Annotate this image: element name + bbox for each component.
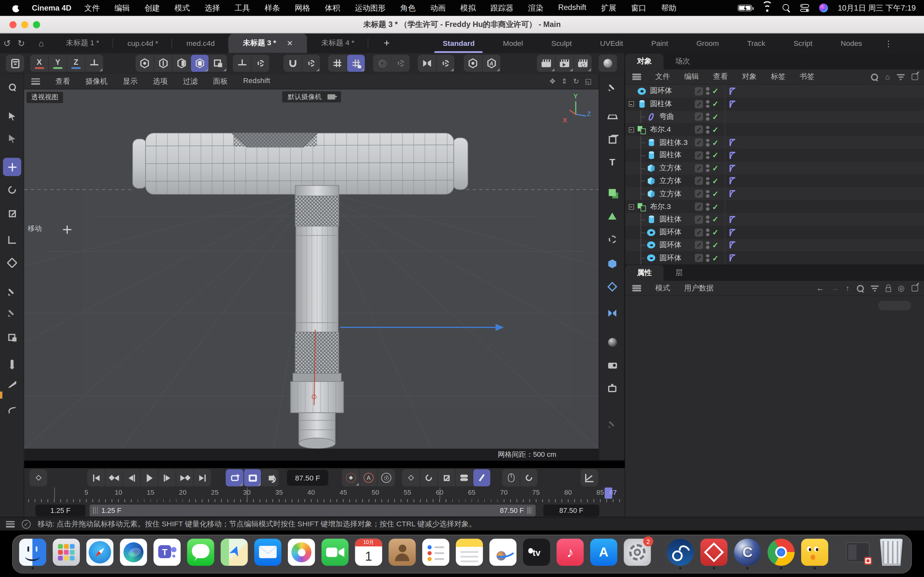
axis-gizmo-button[interactable]: [85, 55, 103, 72]
object-row[interactable]: 圆环体 ✓: [625, 251, 924, 264]
goto-end-button[interactable]: [193, 469, 211, 486]
menu-item[interactable]: 跟踪器: [491, 3, 514, 13]
edit-toggle-icon[interactable]: [695, 87, 703, 95]
enabled-check-icon[interactable]: ✓: [712, 253, 719, 263]
symmetry-object-icon[interactable]: [603, 304, 622, 323]
dock-item[interactable]: [186, 536, 216, 572]
attr-hamburger-icon[interactable]: [632, 285, 641, 292]
object-row[interactable]: 立方体 ✓: [625, 162, 924, 175]
object-name[interactable]: 圆柱体: [650, 99, 672, 109]
menu-item[interactable]: 帮助: [661, 3, 677, 13]
undo-button[interactable]: ↺: [0, 38, 14, 48]
viewport-menu-item[interactable]: 查看: [55, 76, 70, 86]
phong-tag-icon[interactable]: [728, 87, 737, 95]
modeling-objects-button[interactable]: [3, 329, 21, 347]
menu-item[interactable]: 运动图形: [355, 3, 386, 13]
dock-item[interactable]: [800, 536, 830, 572]
om-menu-item[interactable]: 标签: [771, 72, 785, 82]
object-row[interactable]: 圆环体 ✓: [625, 226, 924, 239]
lock-z-axis-button[interactable]: Z: [67, 55, 85, 72]
object-row[interactable]: 圆柱体 ✓: [625, 98, 924, 111]
object-name[interactable]: 圆环体: [659, 227, 682, 237]
render-picture-viewer-button[interactable]: [555, 55, 573, 72]
om-menu-item[interactable]: 查看: [713, 72, 728, 82]
dock-item[interactable]: [665, 536, 696, 572]
enabled-check-icon[interactable]: ✓: [712, 241, 719, 250]
layout-tab[interactable]: Nodes: [827, 34, 876, 53]
range-start-field[interactable]: 1.25 F: [35, 504, 86, 516]
edit-toggle-icon[interactable]: [695, 190, 703, 198]
object-row[interactable]: 圆柱体.3 ✓: [625, 136, 924, 149]
phong-tag-icon[interactable]: [728, 139, 737, 147]
live-selection-tool-button[interactable]: [3, 107, 21, 125]
home-button[interactable]: ⌂: [34, 38, 48, 48]
object-name[interactable]: 立方体: [659, 163, 682, 173]
menu-item[interactable]: 角色: [401, 3, 416, 13]
enabled-check-icon[interactable]: ✓: [712, 138, 719, 147]
stage-object-icon[interactable]: [603, 379, 622, 398]
expander-icon[interactable]: [628, 204, 634, 210]
edit-toggle-icon[interactable]: [695, 164, 703, 172]
layout-tab[interactable]: Script: [779, 34, 827, 53]
enable-axis-button[interactable]: [233, 55, 251, 72]
om-filter-icon[interactable]: [897, 74, 905, 80]
visibility-dots-icon[interactable]: [706, 126, 709, 134]
object-row[interactable]: 立方体 ✓: [625, 175, 924, 187]
layout-tab[interactable]: Track: [733, 34, 780, 53]
viewport-hamburger-icon[interactable]: [31, 78, 40, 84]
phong-tag-icon[interactable]: [728, 215, 737, 224]
grid-button[interactable]: [328, 55, 347, 72]
spline-smooth-tool-button[interactable]: [3, 401, 21, 419]
om-hamburger-icon[interactable]: [632, 74, 641, 80]
dock-item[interactable]: [766, 536, 796, 572]
camera-object-icon[interactable]: [603, 356, 622, 375]
object-name[interactable]: 立方体: [659, 176, 682, 186]
layout-tab[interactable]: Paint: [637, 34, 682, 53]
manager-tab[interactable]: 对象: [625, 53, 664, 69]
dock-item[interactable]: [152, 536, 183, 572]
attr-target-icon[interactable]: ◎: [898, 284, 905, 293]
edit-toggle-icon[interactable]: [695, 151, 703, 160]
workplane-mode-button[interactable]: [464, 55, 482, 72]
object-row[interactable]: 立方体 ✓: [625, 187, 924, 200]
material-ball-icon[interactable]: [603, 333, 622, 351]
mouse-record-button[interactable]: [502, 469, 520, 486]
timeline-ruler[interactable]: 510152025303540455055606570758085 87: [24, 488, 625, 500]
phong-tag-icon[interactable]: [728, 190, 737, 198]
object-row[interactable]: 圆柱体 ✓: [625, 213, 924, 226]
mograph-object-icon[interactable]: [603, 229, 622, 248]
layout-tab[interactable]: Standard: [429, 34, 489, 53]
object-name[interactable]: 圆柱体: [659, 150, 682, 160]
viewport-menu-item[interactable]: 摄像机: [86, 76, 107, 86]
layout-overflow-menu-icon[interactable]: ⋮: [885, 39, 893, 48]
enabled-check-icon[interactable]: ✓: [712, 151, 719, 160]
dock-item[interactable]: [85, 536, 115, 572]
expander-icon[interactable]: [628, 127, 634, 132]
menu-item[interactable]: 扩展: [601, 3, 616, 13]
camera-selector[interactable]: 默认摄像机: [282, 91, 341, 103]
attr-lock-icon[interactable]: [885, 287, 891, 292]
next-frame-button[interactable]: [158, 469, 176, 486]
visibility-dots-icon[interactable]: [706, 229, 709, 236]
menu-item[interactable]: 网格: [295, 3, 310, 13]
viewport-menu-item[interactable]: 选项: [153, 76, 168, 86]
visibility-dots-icon[interactable]: [706, 216, 709, 223]
visibility-dots-icon[interactable]: [706, 242, 709, 249]
expander-icon[interactable]: [628, 101, 634, 107]
dock-item[interactable]: [387, 536, 418, 572]
auto-mode-button[interactable]: A: [482, 55, 500, 72]
object-name[interactable]: 圆环体: [650, 86, 672, 96]
brush-tool-button[interactable]: [3, 355, 21, 373]
dock-item[interactable]: [698, 536, 729, 572]
enabled-check-icon[interactable]: ✓: [712, 100, 719, 109]
visibility-dots-icon[interactable]: [706, 164, 709, 172]
visibility-dots-icon[interactable]: [706, 177, 709, 185]
edit-toggle-icon[interactable]: [695, 215, 703, 224]
object-name[interactable]: 布尔.3: [650, 201, 671, 211]
phong-tag-icon[interactable]: [728, 228, 737, 237]
viewport-canvas[interactable]: 透视视图 默认摄像机 Y Z X 移动 网格间距：500 cm: [24, 89, 599, 460]
dock-item[interactable]: [286, 536, 317, 572]
key-rotation-button[interactable]: [420, 469, 437, 486]
enabled-check-icon[interactable]: ✓: [712, 189, 719, 198]
polygons-mode-button[interactable]: [172, 55, 190, 72]
